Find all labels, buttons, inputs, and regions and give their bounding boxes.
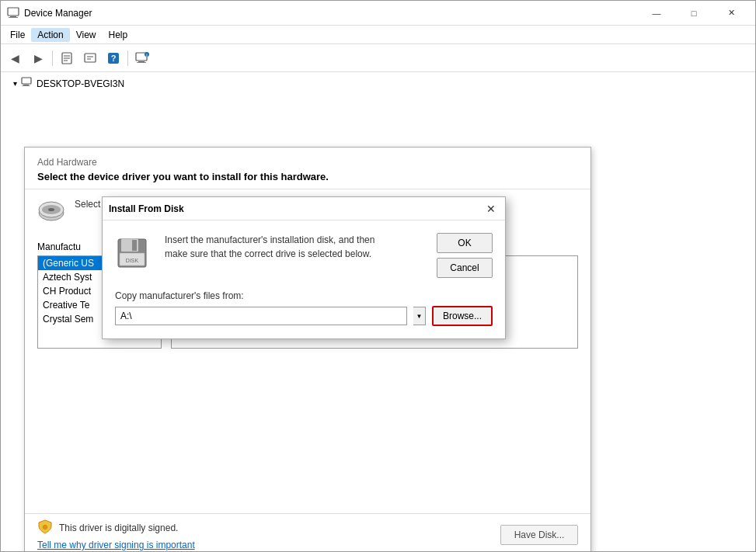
wizard-title: Add Hardware bbox=[37, 157, 578, 168]
dropdown-arrow-icon[interactable]: ▼ bbox=[413, 307, 426, 325]
computer-icon bbox=[21, 77, 33, 90]
svg-text:?: ? bbox=[111, 54, 117, 63]
driver-status-section: ⊕ This driver is digitally signed. Tell … bbox=[37, 519, 195, 550]
tree-root[interactable]: ▾ DESKTOP-BVEGI3N bbox=[7, 75, 749, 92]
title-bar: Device Manager — □ ✕ bbox=[1, 1, 755, 26]
wizard-header: Add Hardware Select the device driver yo… bbox=[25, 148, 591, 189]
browse-button[interactable]: Browse... bbox=[432, 306, 493, 326]
window-controls: — □ ✕ bbox=[639, 4, 749, 23]
copy-input-row: ▼ Browse... bbox=[115, 306, 493, 326]
app-icon bbox=[7, 7, 19, 19]
update-driver-button[interactable] bbox=[79, 47, 101, 69]
chevron-icon: ▾ bbox=[10, 79, 19, 89]
forward-button[interactable]: ▶ bbox=[27, 47, 49, 69]
wizard-heading: Select the device driver you want to ins… bbox=[37, 171, 578, 182]
menu-file[interactable]: File bbox=[4, 28, 31, 42]
menu-bar: File Action View Help bbox=[1, 26, 755, 44]
window-title: Device Manager bbox=[24, 8, 639, 19]
dialog-message: Insert the manufacturer's installation d… bbox=[165, 233, 424, 278]
menu-action[interactable]: Action bbox=[31, 28, 69, 42]
svg-text:DISK: DISK bbox=[126, 258, 139, 263]
menu-help[interactable]: Help bbox=[103, 28, 134, 42]
dialog-copy-section: Copy manufacturer's files from: ▼ Browse… bbox=[103, 290, 505, 338]
svg-rect-0 bbox=[8, 8, 19, 16]
toolbar-separator-2 bbox=[127, 50, 128, 66]
dialog-body: DISK Insert the manufacturer's installat… bbox=[103, 220, 505, 290]
disk-icon: DISK bbox=[115, 233, 152, 270]
dialog-ok-button[interactable]: OK bbox=[437, 233, 493, 253]
dialog-title: Install From Disk bbox=[109, 203, 483, 214]
device-manager-window: Device Manager — □ ✕ File Action View He… bbox=[0, 0, 756, 552]
maximize-button[interactable]: □ bbox=[676, 4, 712, 23]
svg-rect-17 bbox=[22, 78, 31, 84]
dialog-close-button[interactable]: ✕ bbox=[483, 201, 499, 217]
copy-path-input[interactable] bbox=[115, 307, 407, 325]
svg-rect-14 bbox=[137, 62, 146, 63]
svg-rect-2 bbox=[9, 17, 18, 18]
main-area: ▾ DESKTOP-BVEGI3N Add Hardware Select th… bbox=[1, 72, 755, 551]
toolbar: ◀ ▶ ? bbox=[1, 44, 755, 72]
help-button[interactable]: ? bbox=[103, 47, 124, 69]
driver-signing-link[interactable]: Tell me why driver signing is important bbox=[37, 540, 195, 550]
toolbar-separator-1 bbox=[52, 50, 53, 66]
svg-rect-19 bbox=[23, 85, 30, 86]
wizard-driver-footer: ⊕ This driver is digitally signed. Tell … bbox=[25, 513, 591, 551]
tree-root-label: DESKTOP-BVEGI3N bbox=[37, 78, 124, 89]
dialog-cancel-button[interactable]: Cancel bbox=[437, 258, 493, 278]
svg-point-23 bbox=[48, 208, 54, 211]
svg-rect-7 bbox=[85, 54, 96, 62]
back-button[interactable]: ◀ bbox=[4, 47, 26, 69]
shield-icon: ⊕ bbox=[37, 519, 53, 536]
driver-status-text: This driver is digitally signed. bbox=[59, 522, 178, 533]
scan-button[interactable]: i bbox=[131, 47, 153, 69]
dialog-text-line2: make sure that the correct drive is sele… bbox=[165, 247, 424, 261]
properties-button[interactable] bbox=[56, 47, 78, 69]
minimize-button[interactable]: — bbox=[639, 4, 674, 23]
install-from-disk-dialog: Install From Disk ✕ DISK Insert the manu bbox=[102, 196, 506, 339]
dialog-title-bar: Install From Disk ✕ bbox=[103, 197, 505, 220]
svg-rect-27 bbox=[132, 240, 137, 251]
close-button[interactable]: ✕ bbox=[713, 4, 749, 23]
hardware-icon bbox=[37, 199, 65, 229]
dialog-ok-cancel-buttons: OK Cancel bbox=[437, 233, 493, 278]
menu-view[interactable]: View bbox=[70, 28, 103, 42]
svg-text:⊕: ⊕ bbox=[42, 523, 48, 531]
copy-label: Copy manufacturer's files from: bbox=[115, 290, 493, 301]
have-disk-button[interactable]: Have Disk... bbox=[500, 525, 578, 545]
driver-status-row: ⊕ This driver is digitally signed. bbox=[37, 519, 195, 536]
dialog-text-line1: Insert the manufacturer's installation d… bbox=[165, 233, 424, 247]
